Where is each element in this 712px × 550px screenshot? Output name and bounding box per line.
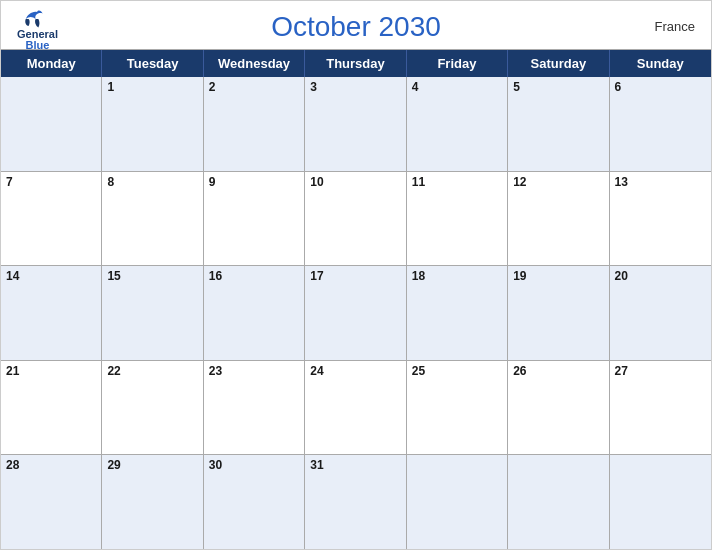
day-cell-13: 13	[610, 172, 711, 266]
weeks-container: 1 2 3 4 5 6 7 8 9 10 11 12 13 14 15 16	[1, 77, 711, 549]
day-cell-17: 17	[305, 266, 406, 360]
day-cell-3: 3	[305, 77, 406, 171]
calendar-header: General Blue October 2030 France	[1, 1, 711, 49]
logo-area: General Blue	[17, 9, 58, 51]
week-row-1: 1 2 3 4 5 6	[1, 77, 711, 172]
day-cell-7: 7	[1, 172, 102, 266]
day-cell-18: 18	[407, 266, 508, 360]
day-cell-23: 23	[204, 361, 305, 455]
calendar-container: General Blue October 2030 France Monday …	[0, 0, 712, 550]
day-cell-11: 11	[407, 172, 508, 266]
day-cell-10: 10	[305, 172, 406, 266]
day-cell-empty-4	[610, 455, 711, 549]
day-cell-14: 14	[1, 266, 102, 360]
day-cell-29: 29	[102, 455, 203, 549]
day-cell-1: 1	[102, 77, 203, 171]
day-cell-15: 15	[102, 266, 203, 360]
header-tuesday: Tuesday	[102, 50, 203, 77]
day-cell-30: 30	[204, 455, 305, 549]
header-friday: Friday	[407, 50, 508, 77]
day-cell-31: 31	[305, 455, 406, 549]
day-cell-22: 22	[102, 361, 203, 455]
day-cell-empty-3	[508, 455, 609, 549]
day-cell-9: 9	[204, 172, 305, 266]
day-cell-19: 19	[508, 266, 609, 360]
day-cell-27: 27	[610, 361, 711, 455]
header-sunday: Sunday	[610, 50, 711, 77]
header-thursday: Thursday	[305, 50, 406, 77]
day-headers-row: Monday Tuesday Wednesday Thursday Friday…	[1, 50, 711, 77]
country-label: France	[655, 19, 695, 34]
header-wednesday: Wednesday	[204, 50, 305, 77]
calendar-grid: Monday Tuesday Wednesday Thursday Friday…	[1, 49, 711, 549]
logo-bird-icon	[23, 9, 51, 29]
day-cell-24: 24	[305, 361, 406, 455]
day-cell-2: 2	[204, 77, 305, 171]
day-cell-6: 6	[610, 77, 711, 171]
day-cell-4: 4	[407, 77, 508, 171]
week-row-2: 7 8 9 10 11 12 13	[1, 172, 711, 267]
day-cell-empty-2	[407, 455, 508, 549]
week-row-3: 14 15 16 17 18 19 20	[1, 266, 711, 361]
day-cell-16: 16	[204, 266, 305, 360]
week-row-5: 28 29 30 31	[1, 455, 711, 549]
logo-blue-text: Blue	[26, 40, 50, 51]
day-cell-5: 5	[508, 77, 609, 171]
day-cell-25: 25	[407, 361, 508, 455]
header-saturday: Saturday	[508, 50, 609, 77]
day-cell-12: 12	[508, 172, 609, 266]
header-monday: Monday	[1, 50, 102, 77]
day-cell-26: 26	[508, 361, 609, 455]
day-cell-28: 28	[1, 455, 102, 549]
day-cell-8: 8	[102, 172, 203, 266]
day-cell-empty-1	[1, 77, 102, 171]
week-row-4: 21 22 23 24 25 26 27	[1, 361, 711, 456]
month-title: October 2030	[271, 11, 441, 43]
day-cell-21: 21	[1, 361, 102, 455]
day-cell-20: 20	[610, 266, 711, 360]
